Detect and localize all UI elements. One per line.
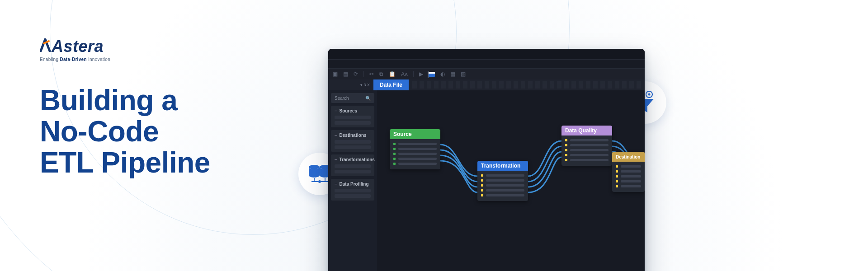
window-menubar [328,60,645,69]
tabstrip: ▾ 3 X Data File [328,79,645,90]
toolbar-icon[interactable]: ▶ [419,71,423,77]
sidebar-category-transformations[interactable]: Transformations [331,154,374,176]
app-window: ▣ ▤ ⟳ ✂ ⧉ 📋 Aᴀ ▶ ◐ ▦ ▧ ▾ 3 X Data File S… [328,49,645,271]
sidebar-item[interactable] [335,194,371,198]
tab-gutter[interactable]: ▾ 3 X [328,83,373,87]
node-title: Transformation [477,161,528,171]
svg-point-0 [309,165,320,169]
toolbar-icon[interactable]: ▤ [343,71,348,77]
headline-line-2: No-Code [40,116,210,147]
sidebar-item[interactable] [335,170,371,173]
node-title: Data Quality [561,126,612,136]
node-source[interactable]: Source [390,129,440,169]
brand-tag-post: Innovation [87,57,110,62]
sidebar-category-profiling[interactable]: Data Profiling [331,179,374,201]
brand-name: Astera [52,37,104,56]
toolbar-icon[interactable]: ▣ [333,71,338,77]
search-icon: 🔍 [365,96,371,101]
copy-icon[interactable]: ⧉ [379,71,383,77]
sidebar-category-sources[interactable]: Sources [331,106,374,127]
font-icon[interactable]: Aᴀ [401,71,408,77]
svg-point-4 [318,180,321,183]
sidebar-item[interactable] [335,121,371,125]
toolbar-icon[interactable]: ▧ [461,71,466,77]
sidebar-label: Data Profiling [340,182,369,187]
sidebar-label: Sources [340,108,357,113]
headline-line-1: Building a [40,85,210,116]
sidebar-item[interactable] [335,189,371,192]
sidebar-label: Transformations [340,157,375,162]
node-title: Source [390,129,440,139]
search-input[interactable]: Search 🔍 [331,93,374,103]
search-placeholder: Search [335,96,349,101]
node-data-quality[interactable]: Data Quality [561,126,612,166]
paste-icon[interactable]: 📋 [389,71,396,77]
brand-logo: Astera Enabling Data-Driven Innovation [40,37,110,62]
sidebar-item[interactable] [335,145,371,149]
sidebar-item[interactable] [335,116,371,119]
brand-tag-pre: Enabling [40,57,60,62]
page-headline: Building a No-Code ETL Pipeline [40,85,210,178]
toolbar-icon[interactable]: ⟳ [354,71,358,77]
sidebar-item[interactable] [335,140,371,144]
pipeline-canvas[interactable]: Source Transformation [377,90,645,271]
brand-tagline: Enabling Data-Driven Innovation [40,57,110,62]
sidebar-label: Destinations [340,133,367,138]
svg-point-1 [309,169,320,173]
node-transformation[interactable]: Transformation [477,161,528,201]
brand-tag-bold: Data-Driven [60,57,86,62]
svg-point-6 [648,93,651,96]
sidebar-category-destinations[interactable]: Destinations [331,130,374,152]
node-destination[interactable]: Destination [612,152,645,192]
sidebar-item[interactable] [335,164,371,168]
brand-mark-icon [40,38,51,52]
flag-icon[interactable] [429,72,435,77]
toolbar-icon[interactable]: ▦ [450,71,455,77]
headline-line-3: ETL Pipeline [40,147,210,178]
node-title: Destination [612,152,645,162]
window-titlebar [328,49,645,60]
cut-icon[interactable]: ✂ [369,71,374,77]
workspace: Search 🔍 Sources Destinations Transforma… [328,90,645,271]
tab-data-file[interactable]: Data File [373,79,409,90]
sidebar: Search 🔍 Sources Destinations Transforma… [328,90,377,271]
toolbar-icon[interactable]: ◐ [440,71,445,77]
toolbar: ▣ ▤ ⟳ ✂ ⧉ 📋 Aᴀ ▶ ◐ ▦ ▧ [328,69,645,79]
toolbar-sep [413,71,414,77]
toolbar-sep [363,71,364,77]
tabstrip-toolbar[interactable] [412,81,641,89]
